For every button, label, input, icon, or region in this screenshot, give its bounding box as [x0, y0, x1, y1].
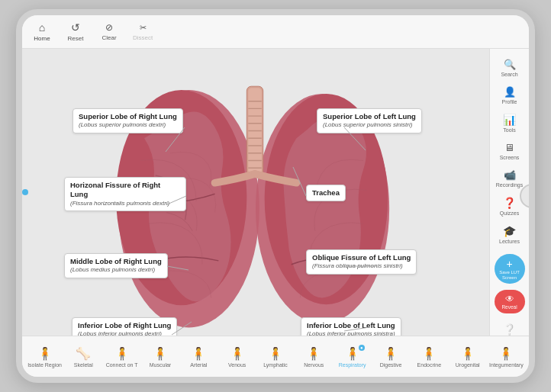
bottom-arterial[interactable]: 🧍 Arterial [182, 346, 215, 368]
label-superior-left[interactable]: Superior Lobe of Left Lung (Lobus superi… [317, 108, 422, 133]
label-superior-right[interactable]: Superior Lobe of Right Lung (Lobus super… [72, 108, 183, 133]
bottom-skeletal[interactable]: 🦴 Skeletal [66, 346, 100, 368]
sidebar-profile[interactable]: 👤 Profile [491, 82, 528, 108]
bottom-isolate-region[interactable]: 🧍 Isolate Region [27, 346, 62, 368]
active-indicator: ● [359, 345, 365, 351]
bottom-connect[interactable]: 🧍 Connect on T [105, 346, 139, 368]
bottom-integumentary[interactable]: 🧍 Integumentary [489, 346, 524, 368]
bottom-nervous[interactable]: 🧍 Nervous [297, 346, 330, 368]
label-horizontal-fissure[interactable]: Horizonal Fissure of Right Lung (Fissura… [64, 177, 186, 211]
bottom-muscular[interactable]: 🧍 Muscular [143, 346, 177, 368]
bottom-lymphatic[interactable]: 🧍 Lymphatic [259, 346, 292, 368]
label-middle-right[interactable]: Middle Lobe of Right Lung (Lobus medius … [64, 253, 168, 278]
bottom-venous[interactable]: 🧍 Venous [221, 346, 254, 368]
left-dot [22, 189, 28, 195]
toolbar-dissect[interactable]: ✂ Dissect [130, 23, 155, 41]
label-trachea[interactable]: Trachea [306, 185, 346, 201]
toolbar-reset[interactable]: ↺ Reset [63, 21, 88, 42]
toolbar: ⌂ Home ↺ Reset ⊘ Clear ✂ Dissect [22, 15, 529, 49]
bottom-urogenital[interactable]: 🧍 Urogenital [451, 346, 485, 368]
sidebar-screens[interactable]: 🖥 Screens [491, 138, 528, 164]
label-inferior-right[interactable]: Inferior Lobe of Right Lung (Lobus infer… [72, 317, 177, 336]
sidebar-tips[interactable]: ❔ Tips [491, 320, 528, 336]
toolbar-home[interactable]: ⌂ Home [30, 21, 54, 42]
sidebar-reveal[interactable]: 👁 Reveal [495, 290, 525, 313]
anatomy-viewport: Superior Lobe of Right Lung (Lobus super… [22, 49, 489, 336]
toolbar-clear[interactable]: ⊘ Clear [97, 22, 121, 41]
sidebar-lectures[interactable]: 🎓 Lectures [491, 221, 528, 248]
sidebar-tools[interactable]: 📊 Tools [491, 110, 528, 137]
label-oblique-left[interactable]: Oblique Fissure of Left Lung (Fissura ob… [306, 249, 417, 275]
bottom-endocrine[interactable]: 🧍 Endocrine [412, 346, 446, 368]
bottom-digestive[interactable]: 🧍 Digestive [374, 346, 408, 368]
bottom-navigation: 🧍 Isolate Region 🦴 Skeletal 🧍 Connect on… [22, 336, 529, 377]
label-inferior-left[interactable]: Inferior Lobe of Left Lung (Lobus inferi… [301, 317, 401, 336]
sidebar-search[interactable]: 🔍 Search [491, 55, 528, 81]
sidebar-save-screen[interactable]: + Save LUT Screen [495, 254, 525, 284]
bottom-respiratory-wrapper: 🧍 Respiratory ● [336, 346, 369, 368]
tablet-frame: ⌂ Home ↺ Reset ⊘ Clear ✂ Dissect [16, 9, 535, 383]
